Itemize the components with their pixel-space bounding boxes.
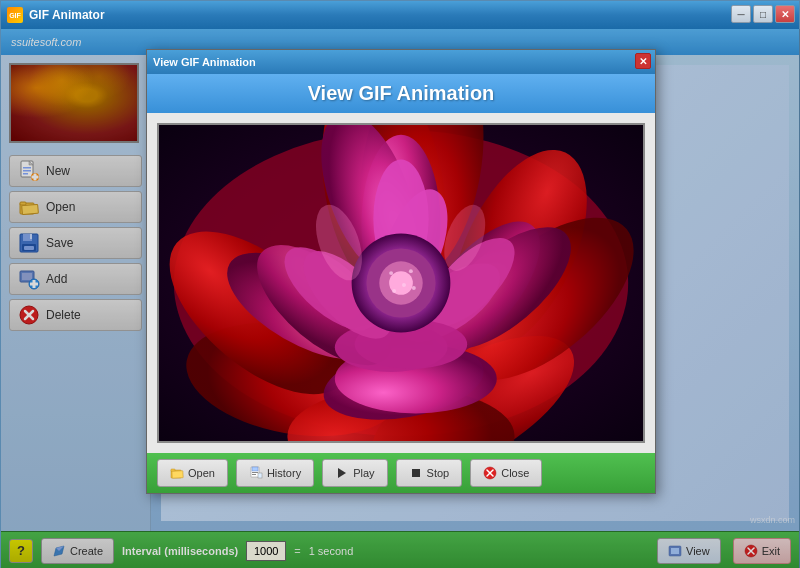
window-controls: ─ □ ✕ [731,5,795,23]
svg-rect-75 [258,473,262,478]
flower-svg [159,125,643,441]
modal-header-title: View GIF Animation [147,82,655,105]
flower-image-area [157,123,645,443]
history-icon [249,466,263,480]
svg-point-65 [412,286,416,290]
modal-history-label: History [267,467,301,479]
modal-history-button[interactable]: History [236,459,314,487]
svg-rect-74 [252,474,256,475]
maximize-button[interactable]: □ [753,5,773,23]
modal-buttons: Open History [147,453,655,493]
modal-play-button[interactable]: Play [322,459,387,487]
svg-point-61 [389,271,393,275]
open-folder-icon [170,466,184,480]
title-bar: GIF GIF Animator ─ □ ✕ [1,1,799,29]
close-x-icon [483,466,497,480]
modal-close-button[interactable]: ✕ [635,53,651,69]
modal-close-x-button[interactable]: Close [470,459,542,487]
app-icon: GIF [7,7,23,23]
svg-marker-76 [338,468,346,478]
modal-stop-label: Stop [427,467,450,479]
main-window: GIF GIF Animator ─ □ ✕ ssuitesoft.com [0,0,800,568]
modal-close-label: Close [501,467,529,479]
modal-title: View GIF Animation [153,56,256,68]
minimize-button[interactable]: ─ [731,5,751,23]
svg-point-63 [402,283,406,287]
svg-rect-77 [412,469,420,477]
svg-rect-70 [172,471,183,479]
modal-open-button[interactable]: Open [157,459,228,487]
svg-point-62 [409,269,413,273]
svg-point-64 [392,289,396,293]
svg-rect-72 [252,467,258,471]
svg-rect-73 [252,472,258,473]
modal-dialog: View GIF Animation ✕ View GIF Animation [146,49,656,494]
stop-icon [409,466,423,480]
modal-overlay: View GIF Animation ✕ View GIF Animation [1,29,800,568]
modal-body [147,113,655,453]
close-button[interactable]: ✕ [775,5,795,23]
modal-title-bar: View GIF Animation ✕ [147,50,655,74]
modal-stop-button[interactable]: Stop [396,459,463,487]
play-icon [335,466,349,480]
modal-header: View GIF Animation [147,74,655,113]
modal-open-label: Open [188,467,215,479]
modal-play-label: Play [353,467,374,479]
window-title: GIF Animator [29,8,105,22]
